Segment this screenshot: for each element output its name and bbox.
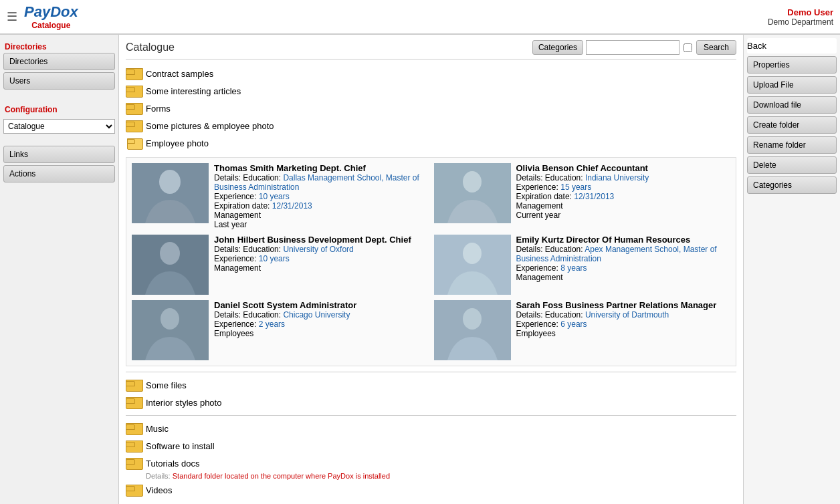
folder-item[interactable]: Software to install bbox=[126, 437, 736, 455]
employee-info: Emily Kurtz Director Of Human Resources … bbox=[516, 235, 731, 282]
search-area: Categories Search bbox=[532, 40, 736, 55]
categories-sidebar-button[interactable]: Categories bbox=[747, 176, 837, 194]
employee-card[interactable]: Emily Kurtz Director Of Human Resources … bbox=[434, 235, 731, 295]
folder-icon bbox=[126, 119, 142, 132]
svg-point-7 bbox=[463, 243, 482, 264]
employee-photo bbox=[434, 235, 511, 295]
employee-tag: Employees bbox=[516, 329, 731, 338]
folder-name: Some files bbox=[146, 380, 187, 390]
employee-expiration: Expiration date: 12/31/2013 bbox=[214, 201, 429, 211]
folder-item[interactable]: Tutorials docs bbox=[126, 455, 736, 472]
folder-list-bottom: Music Software to install Tutorials docs… bbox=[126, 420, 736, 499]
employee-tag: Management bbox=[516, 273, 731, 282]
layout: Directories Directories Users Configurat… bbox=[0, 35, 840, 504]
folder-icon bbox=[126, 84, 142, 98]
employee-experience: Experience: 10 years bbox=[214, 254, 429, 263]
folder-name: Some pictures & employee photo bbox=[146, 121, 274, 131]
folder-detail: Details: Standard folder located on the … bbox=[126, 472, 736, 480]
left-sidebar: Directories Directories Users Configurat… bbox=[0, 35, 119, 504]
users-button[interactable]: Users bbox=[3, 72, 115, 90]
folder-name: Tutorials docs bbox=[146, 459, 199, 469]
links-section: Links Actions bbox=[3, 140, 115, 182]
section-divider bbox=[126, 415, 736, 416]
folder-name: Employee photo bbox=[146, 138, 209, 148]
catalogue-title: Catalogue bbox=[126, 41, 175, 53]
folder-item[interactable]: Videos bbox=[126, 481, 736, 499]
employee-details: Details: Education: Apex Management Scho… bbox=[516, 245, 731, 263]
links-button[interactable]: Links bbox=[3, 146, 115, 163]
directories-button[interactable]: Directories bbox=[3, 53, 115, 70]
search-button[interactable]: Search bbox=[696, 40, 736, 55]
employee-tag: Employees bbox=[214, 329, 429, 338]
folder-icon bbox=[126, 483, 142, 497]
folder-item[interactable]: Forms bbox=[126, 100, 736, 117]
search-checkbox[interactable] bbox=[684, 43, 692, 52]
logo-area: PayDox Catalogue bbox=[24, 3, 78, 30]
employee-tag2: Last year bbox=[214, 220, 429, 229]
employee-name: Daniel Scott System Administrator bbox=[214, 300, 429, 310]
section-divider bbox=[126, 372, 736, 372]
hamburger-icon[interactable]: ☰ bbox=[7, 9, 17, 24]
employee-details: Details: Education: Dallas Management Sc… bbox=[214, 173, 429, 192]
folder-name: Contract samples bbox=[146, 69, 213, 79]
folder-item[interactable]: Some interesting articles bbox=[126, 82, 736, 100]
create-folder-button[interactable]: Create folder bbox=[747, 116, 837, 134]
employee-experience: Experience: 15 years bbox=[516, 182, 731, 192]
folder-list-middle: Some files Interior styles photo bbox=[126, 376, 736, 411]
upload-file-button[interactable]: Upload File bbox=[747, 76, 837, 94]
folder-icon bbox=[126, 378, 142, 392]
catalogue-header: Catalogue Categories Search bbox=[126, 40, 736, 59]
employee-info: Olivia Benson Chief Accountant Details: … bbox=[516, 163, 731, 220]
folder-name: Interior styles photo bbox=[146, 398, 221, 408]
download-file-button[interactable]: Download file bbox=[747, 96, 837, 114]
folder-name: Software to install bbox=[146, 441, 215, 451]
actions-button[interactable]: Actions bbox=[3, 165, 115, 182]
employee-experience: Experience: 6 years bbox=[516, 320, 731, 329]
employee-info: John Hilbert Business Development Dept. … bbox=[214, 235, 429, 273]
folder-name: Music bbox=[146, 424, 169, 434]
back-button[interactable]: Back bbox=[747, 38, 837, 53]
folder-item[interactable]: Some pictures & employee photo bbox=[126, 117, 736, 134]
employee-name: John Hilbert Business Development Dept. … bbox=[214, 235, 429, 245]
employee-photo bbox=[132, 163, 209, 223]
folder-item[interactable]: Contract samples bbox=[126, 65, 736, 82]
configuration-label: Configuration bbox=[3, 102, 115, 117]
folder-icon bbox=[126, 67, 142, 80]
folder-name: Forms bbox=[146, 104, 171, 114]
employee-name: Thomas Smith Marketing Dept. Chief bbox=[214, 163, 429, 173]
employee-card[interactable]: Sarah Foss Business Partner Relations Ma… bbox=[434, 300, 731, 360]
rename-folder-button[interactable]: Rename folder bbox=[747, 136, 837, 154]
folder-item-with-detail[interactable]: Tutorials docs Details: Standard folder … bbox=[126, 455, 736, 480]
folder-item[interactable]: Some files bbox=[126, 376, 736, 394]
employee-tag: Management bbox=[214, 263, 429, 273]
folder-item-open[interactable]: Employee photo bbox=[126, 134, 736, 152]
main-content: Catalogue Categories Search Contract sam… bbox=[119, 35, 743, 504]
logo-text: PayDox bbox=[24, 3, 78, 21]
user-department: Demo Department bbox=[768, 17, 833, 27]
employee-card[interactable]: John Hilbert Business Development Dept. … bbox=[132, 235, 429, 295]
properties-button[interactable]: Properties bbox=[747, 56, 837, 74]
header-user-info: Demo User Demo Department bbox=[768, 7, 833, 27]
svg-point-5 bbox=[160, 242, 180, 265]
folder-item[interactable]: Interior styles photo bbox=[126, 394, 736, 411]
folder-open-icon bbox=[126, 136, 142, 150]
employee-name: Sarah Foss Business Partner Relations Ma… bbox=[516, 300, 731, 310]
employee-expiration: Expiration date: 12/31/2013 bbox=[516, 192, 731, 201]
logo-subtitle: Catalogue bbox=[31, 21, 70, 30]
employee-details: Details: Education: Indiana University bbox=[516, 173, 731, 182]
catalogue-select[interactable]: Catalogue bbox=[3, 119, 115, 134]
delete-button[interactable]: Delete bbox=[747, 156, 837, 174]
svg-point-1 bbox=[159, 170, 181, 194]
search-input[interactable] bbox=[586, 40, 679, 55]
right-sidebar: Back Properties Upload File Download fil… bbox=[743, 35, 840, 504]
employee-card[interactable]: Daniel Scott System Administrator Detail… bbox=[132, 300, 429, 360]
employee-photo bbox=[132, 235, 209, 295]
directories-label: Directories bbox=[3, 38, 115, 53]
employee-grid: Thomas Smith Marketing Dept. Chief Detai… bbox=[126, 157, 736, 366]
employee-card[interactable]: Thomas Smith Marketing Dept. Chief Detai… bbox=[132, 163, 429, 229]
categories-button[interactable]: Categories bbox=[532, 40, 583, 55]
header-left: ☰ PayDox Catalogue bbox=[7, 3, 78, 30]
employee-photo bbox=[434, 163, 511, 223]
employee-card[interactable]: Olivia Benson Chief Accountant Details: … bbox=[434, 163, 731, 229]
folder-item[interactable]: Music bbox=[126, 420, 736, 437]
